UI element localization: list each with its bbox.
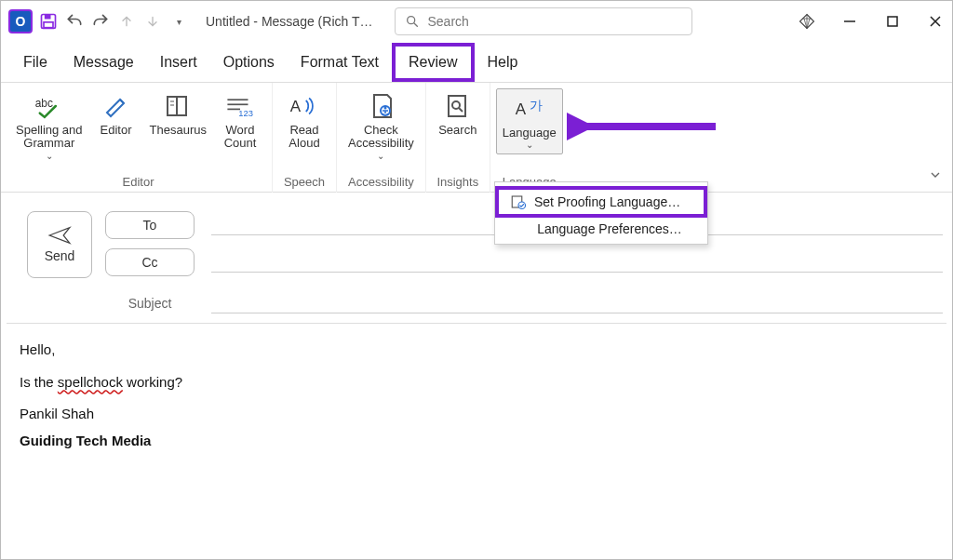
maximize-button[interactable] — [883, 12, 902, 31]
editor-icon — [101, 90, 132, 122]
word-count-icon: 123 — [224, 90, 256, 122]
subject-label: Subject — [105, 296, 195, 311]
subject-field[interactable] — [211, 293, 943, 313]
tab-insert[interactable]: Insert — [147, 47, 210, 78]
signature-name: Pankil Shah — [20, 401, 933, 428]
message-body[interactable]: Hello, Is the spellchock working? Pankil… — [7, 324, 946, 467]
language-label: Language — [503, 127, 557, 140]
ribbon-group-insights: Search Insights — [426, 83, 490, 193]
minimize-button[interactable] — [840, 12, 859, 31]
accessibility-icon — [365, 90, 396, 122]
spelling-grammar-button[interactable]: abc Spelling and Grammar ⌄ — [10, 88, 88, 163]
svg-rect-2 — [44, 22, 53, 28]
ribbon-group-accessibility: Check Accessibility ⌄ Accessibility — [337, 83, 426, 193]
svg-text:가: 가 — [530, 99, 543, 113]
title-bar: O ▾ Untitled - Message (Rich T… Search — [1, 1, 952, 42]
arrow-down-icon[interactable] — [142, 11, 163, 32]
svg-point-19 — [452, 101, 460, 109]
group-label-speech: Speech — [284, 175, 325, 191]
to-button[interactable]: To — [105, 211, 195, 239]
proofing-language-icon — [510, 193, 527, 210]
thesaurus-label: Thesaurus — [150, 124, 207, 137]
spelling-grammar-label: Spelling and Grammar — [16, 124, 83, 151]
diamond-icon[interactable] — [798, 12, 816, 31]
send-label: Send — [45, 248, 75, 263]
spelling-icon: abc — [34, 90, 65, 122]
tab-options[interactable]: Options — [210, 47, 288, 78]
read-aloud-icon: A — [289, 90, 320, 122]
body-line1-suffix: working? — [123, 374, 182, 390]
send-button[interactable]: Send — [27, 211, 92, 278]
ribbon-group-editor: abc Spelling and Grammar ⌄ Editor Thesau… — [5, 83, 273, 193]
svg-rect-18 — [449, 96, 465, 116]
tab-message[interactable]: Message — [60, 47, 147, 78]
window-controls — [798, 12, 945, 31]
misspelled-word: spellchock — [58, 374, 123, 390]
language-dropdown-menu: Set Proofing Language… Language Preferen… — [494, 181, 708, 245]
svg-rect-8 — [177, 97, 186, 115]
smart-search-button[interactable]: Search — [432, 88, 484, 139]
word-count-label: Word Count — [224, 124, 257, 151]
tab-review[interactable]: Review — [392, 43, 474, 82]
thesaurus-button[interactable]: Thesaurus — [144, 88, 212, 163]
read-aloud-label: Read Aloud — [289, 124, 319, 151]
svg-text:abc: abc — [34, 97, 52, 110]
svg-text:A: A — [290, 98, 302, 115]
search-icon — [442, 90, 474, 122]
editor-label: Editor — [101, 124, 132, 137]
undo-icon[interactable] — [64, 11, 85, 32]
svg-text:A: A — [515, 100, 526, 118]
group-label-insights: Insights — [436, 175, 478, 191]
svg-point-17 — [384, 107, 387, 110]
compose-area: Send To Cc Subject Hello, Is the spellch… — [1, 193, 952, 467]
menu-set-proofing-language[interactable]: Set Proofing Language… — [495, 186, 707, 218]
customize-qat-icon[interactable]: ▾ — [168, 11, 189, 32]
ribbon: abc Spelling and Grammar ⌄ Editor Thesau… — [1, 83, 952, 193]
svg-text:123: 123 — [238, 109, 253, 118]
compose-header: Send To Cc Subject — [7, 202, 946, 324]
body-line-1: Is the spellchock working? — [20, 369, 933, 396]
search-input[interactable]: Search — [395, 7, 692, 35]
window-title: Untitled - Message (Rich T… — [206, 14, 372, 29]
annotation-arrow-icon — [567, 108, 725, 145]
svg-rect-7 — [168, 97, 177, 115]
tab-format-text[interactable]: Format Text — [288, 47, 392, 78]
search-placeholder: Search — [427, 14, 468, 29]
language-button[interactable]: A가 Language ⌄ — [496, 88, 563, 154]
tab-help[interactable]: Help — [475, 47, 531, 78]
redo-icon[interactable] — [90, 11, 111, 32]
body-greeting: Hello, — [20, 337, 933, 364]
cc-button[interactable]: Cc — [105, 248, 195, 276]
save-icon[interactable] — [38, 11, 59, 32]
outlook-app-icon: O — [8, 9, 33, 33]
language-icon: A가 — [514, 93, 545, 125]
thesaurus-icon — [162, 90, 194, 122]
menu-language-preferences-label: Language Preferences… — [537, 221, 682, 236]
check-accessibility-label: Check Accessibility — [348, 124, 414, 151]
svg-rect-5 — [888, 17, 897, 26]
ribbon-tabs: File Message Insert Options Format Text … — [1, 42, 952, 83]
word-count-button[interactable]: 123 Word Count — [214, 88, 266, 163]
menu-language-preferences[interactable]: Language Preferences… — [495, 218, 707, 240]
group-label-editor: Editor — [123, 175, 154, 191]
svg-point-3 — [408, 17, 415, 24]
editor-button[interactable]: Editor — [90, 88, 142, 163]
cc-field[interactable] — [211, 252, 943, 273]
group-label-accessibility: Accessibility — [348, 175, 414, 191]
ribbon-group-speech: A Read Aloud Speech — [273, 83, 337, 193]
arrow-up-icon[interactable] — [116, 11, 137, 32]
send-icon — [47, 226, 72, 245]
body-line1-prefix: Is the — [20, 374, 58, 390]
collapse-ribbon-button[interactable] — [928, 167, 943, 186]
signature-org: Guiding Tech Media — [20, 428, 933, 455]
menu-set-proofing-label: Set Proofing Language… — [534, 194, 680, 209]
read-aloud-button[interactable]: A Read Aloud — [278, 88, 330, 153]
ribbon-group-language: A가 Language ⌄ Language — [490, 83, 569, 193]
smart-search-label: Search — [438, 124, 476, 137]
search-icon — [405, 14, 420, 29]
svg-rect-1 — [45, 15, 51, 20]
check-accessibility-button[interactable]: Check Accessibility ⌄ — [342, 88, 420, 163]
close-button[interactable] — [926, 12, 945, 31]
quick-access-toolbar: O ▾ — [8, 9, 189, 33]
tab-file[interactable]: File — [10, 47, 60, 78]
